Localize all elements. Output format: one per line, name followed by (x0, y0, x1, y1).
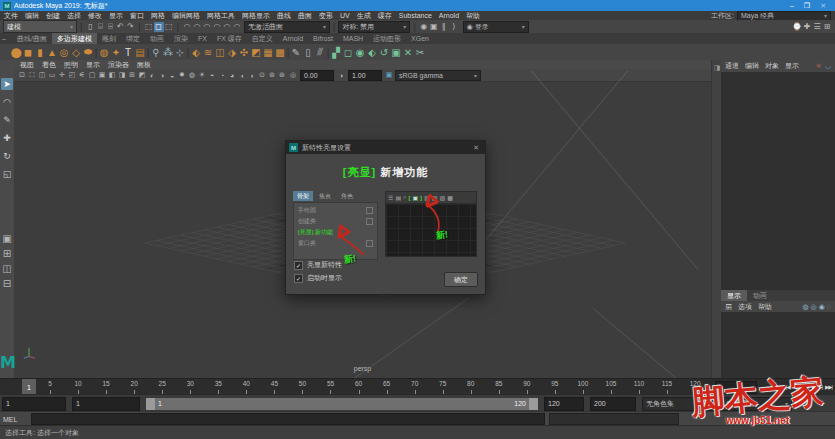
snap-projected-center-icon[interactable]: ◠ (212, 22, 222, 32)
anim-layer-dropdown[interactable]: 无动画层▾ (722, 397, 792, 411)
range-start-handle[interactable] (146, 398, 155, 410)
oversan-icon[interactable]: ⚟ (77, 70, 87, 80)
poly-cylinder-icon[interactable]: ▮ (34, 46, 46, 59)
timeline-tick[interactable]: 120 (681, 379, 709, 395)
channel-box-menu-item[interactable]: 显示 (785, 61, 799, 71)
timeline-tick[interactable]: 15 (92, 379, 120, 395)
show-at-startup-checkbox[interactable]: ✓ 启动时显示 (294, 273, 342, 283)
layer-editor-tab[interactable]: 动画 (747, 290, 773, 301)
timeline-tick[interactable]: 30 (176, 379, 204, 395)
shelf-tab[interactable]: 曲线/曲面 (12, 33, 52, 44)
range-end-handle[interactable] (529, 398, 538, 410)
history-toggle-icon[interactable]: ⌚ (792, 22, 802, 32)
poly-disc-icon[interactable]: ⬬ (82, 46, 94, 59)
layout-persp-outliner-icon[interactable]: ⊟ (1, 277, 13, 289)
timeline-tick[interactable]: 95 (541, 379, 569, 395)
lock-camera-icon[interactable]: ⛶ (27, 70, 37, 80)
timeline-tick[interactable]: 35 (204, 379, 232, 395)
timeline-tick[interactable]: 70 (401, 379, 429, 395)
pause-icon[interactable]: ∥ (439, 22, 449, 32)
timeline-tick[interactable]: 40 (232, 379, 260, 395)
shelf-tab[interactable]: 渲染 (169, 33, 193, 44)
shelf-tab[interactable]: Bifrost (308, 33, 338, 44)
resolution-gate-icon[interactable]: ◨ (117, 70, 127, 80)
menu-item[interactable]: 窗口 (130, 12, 144, 19)
ok-button[interactable]: 确定 (444, 272, 478, 287)
wireframe-icon[interactable]: ◒ (167, 70, 177, 80)
shelf-tab[interactable]: 绑定 (121, 33, 145, 44)
step-forward-key-button[interactable]: ▶| (817, 384, 823, 390)
menu-item[interactable]: 生成 (357, 12, 371, 19)
sweep-mesh-icon[interactable]: ⚲ (150, 46, 162, 59)
timeline-tick[interactable]: 90 (513, 379, 541, 395)
svg-tool-icon[interactable]: ▤ (134, 46, 146, 59)
snap-point-icon[interactable]: ◠ (202, 22, 212, 32)
step-back-frame-button[interactable]: ◀| (792, 384, 798, 390)
extrude-icon[interactable]: ◫ (214, 46, 226, 59)
gamma-field[interactable]: 1.00 (348, 70, 382, 81)
save-scene-icon[interactable]: ⌹ (105, 22, 115, 32)
render-settings-icon[interactable]: ⟩ (449, 22, 459, 32)
boolean-difference-icon[interactable]: ◻ (342, 46, 354, 59)
timeline-tick[interactable]: 105 (597, 379, 625, 395)
move-tool-icon[interactable]: ✚ (1, 132, 13, 144)
dialog-close-icon[interactable]: ✕ (470, 144, 482, 152)
character-set-dropdown[interactable]: 无角色集▾ (642, 397, 716, 411)
2d-pan-zoom-icon[interactable]: ◰ (67, 70, 77, 80)
shelf-tab[interactable]: 多边形建模 (52, 33, 97, 44)
highlight-new-features-checkbox[interactable]: ✓ 亮显新特性 (294, 260, 342, 270)
playback-end-field[interactable]: 120 (544, 397, 584, 411)
camera-attributes-icon[interactable]: ◫ (37, 70, 47, 80)
minimize-button[interactable]: – (790, 2, 794, 10)
layer-editor-tab[interactable]: 显示 (721, 290, 747, 301)
retopologize-icon[interactable]: ↺ (378, 46, 390, 59)
multisample-icon[interactable]: ◖ (237, 70, 247, 80)
shelf-tab[interactable]: MASH (338, 33, 368, 44)
timeline-tick[interactable]: 60 (345, 379, 373, 395)
layer-menu-item[interactable]: 层 (725, 302, 732, 312)
scatter-icon[interactable]: ⁂ (162, 46, 174, 59)
animation-start-field[interactable]: 1 (2, 397, 66, 411)
render-frame-icon[interactable]: ◉ (419, 22, 429, 32)
command-language-toggle[interactable]: MEL (3, 416, 27, 423)
boolean-union-icon[interactable]: ▞ (330, 46, 342, 59)
screen-space-ao-icon[interactable]: ◔ (217, 70, 227, 80)
menu-item[interactable]: 曲线 (277, 12, 291, 19)
exposure-icon[interactable]: ◎ (288, 70, 298, 80)
timeline-tick[interactable]: 65 (373, 379, 401, 395)
mirror-icon[interactable]: ✕ (402, 46, 414, 59)
time-slider[interactable]: 1 51015202530354045505560657075808590951… (0, 378, 835, 395)
target-weld-icon[interactable]: ▩ (274, 46, 286, 59)
poly-cube-icon[interactable]: ◼ (22, 46, 34, 59)
separate-icon[interactable]: ≋ (202, 46, 214, 59)
menu-item[interactable]: 修改 (88, 12, 102, 19)
channel-box-menu-item[interactable]: 对象 (765, 61, 779, 71)
channel-box-toggle-icon[interactable]: ⊞ (822, 22, 832, 32)
channel-box-menu-item[interactable]: 编辑 (745, 61, 759, 71)
sign-in-dropdown[interactable]: ◉登录 ▾ (463, 21, 529, 33)
menu-item[interactable]: 创建 (46, 12, 60, 19)
shelf-collapse-button[interactable]: – (2, 35, 6, 42)
step-forward-frame-button[interactable]: |▶ (811, 384, 817, 390)
menu-item[interactable]: Arnold (439, 12, 459, 19)
bookmark-icon[interactable]: ▭ (47, 70, 57, 80)
super-shape-icon[interactable]: ✦ (110, 46, 122, 59)
safe-action-icon[interactable]: ◐ (147, 70, 157, 80)
poly-plane-icon[interactable]: ◇ (70, 46, 82, 59)
redo-icon[interactable]: ↷ (125, 22, 135, 32)
view-transform-icon[interactable]: ▣ (384, 70, 394, 80)
step-back-key-button[interactable]: |◀ (785, 384, 791, 390)
menu-item[interactable]: UV (340, 12, 350, 19)
shelf-tab[interactable]: FX 缓存 (212, 33, 247, 44)
lasso-tool-icon[interactable]: ◠ (1, 96, 13, 108)
menu-item[interactable]: Substance (399, 12, 432, 19)
new-scene-icon[interactable]: ▯ (85, 22, 95, 32)
snap-view-plane-icon[interactable]: ◠ (222, 22, 232, 32)
menu-item[interactable]: 选择 (67, 12, 81, 19)
safe-title-icon[interactable]: ◑ (157, 70, 167, 80)
curve-display-icon[interactable]: ◡ (825, 62, 831, 70)
field-chart-icon[interactable]: ◩ (137, 70, 147, 80)
grid-toggle-icon[interactable]: ▣ (97, 70, 107, 80)
film-gate-icon[interactable]: ◧ (107, 70, 117, 80)
layer-list-area[interactable] (721, 312, 835, 378)
